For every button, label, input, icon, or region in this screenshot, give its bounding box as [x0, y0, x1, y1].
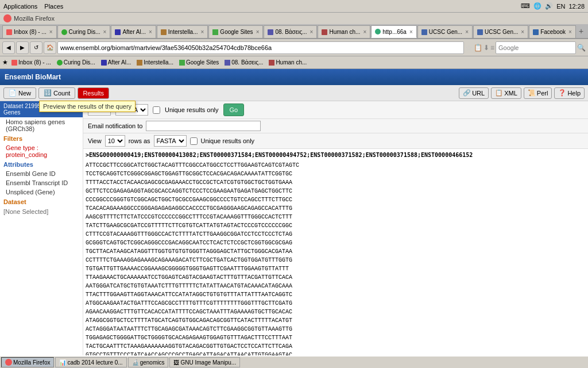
sidebar-ensembl-transcript[interactable]: Ensembl Transcript ID: [0, 178, 83, 187]
tab-label-after: After Al...: [122, 29, 146, 35]
tab-label-http: http...66a: [382, 29, 407, 35]
unique-results-checkbox[interactable]: [153, 106, 160, 114]
search-icon[interactable]: 🔍: [577, 44, 586, 52]
email-input[interactable]: [146, 121, 261, 131]
bookmark-item-human[interactable]: Human ch...: [266, 59, 309, 66]
firefox-title: Mozilla Firefox: [14, 15, 55, 22]
url-input[interactable]: [57, 41, 464, 54]
places-menu[interactable]: Places: [44, 3, 63, 10]
applications-menu[interactable]: Applications: [3, 3, 37, 10]
tab-favicon-google: [212, 29, 218, 35]
sidebar-gene-type[interactable]: Gene type : protein_coding: [0, 143, 83, 159]
bookmark-item-after[interactable]: After Al...: [99, 59, 134, 66]
bookmark-favicon-after: [101, 60, 107, 66]
bookmark-item-bases[interactable]: 08. Βάσεις...: [222, 59, 265, 66]
new-tab-button[interactable]: +: [577, 26, 586, 36]
count-button[interactable]: 🔢 Count Preview the results of the query: [38, 87, 75, 99]
tab-close-ucsc2[interactable]: ×: [521, 29, 524, 35]
download-icon: ⬇: [483, 44, 489, 52]
os-bar-left: Applications Places: [3, 3, 63, 10]
sidebar-species[interactable]: Homo sapiens genes (GRCh38): [0, 117, 83, 133]
view-label: View: [88, 137, 102, 144]
rows-as-label: rows as: [129, 137, 150, 144]
tab-label-google: Google Sites: [220, 29, 253, 35]
url-button[interactable]: 🔗 URL: [459, 87, 489, 99]
tab-close-google[interactable]: ×: [256, 29, 260, 35]
sidebar-dataset-section[interactable]: Dataset: [0, 197, 83, 206]
view-format-select[interactable]: FASTA: [154, 135, 187, 147]
ensembl-logo: Ensembl BioMart: [5, 73, 61, 81]
unique-results-label: Unique results only: [165, 106, 219, 113]
home-button[interactable]: 🏠: [44, 41, 56, 54]
sidebar-ensembl-gene[interactable]: Ensembl Gene ID: [0, 169, 83, 178]
results-header: >ENSG00000000419;ENST00000413082;ENST000…: [86, 151, 586, 159]
reload-button[interactable]: ↺: [30, 41, 42, 54]
preview-tooltip: Preview the results of the query: [39, 101, 136, 112]
tab-close-bases[interactable]: ×: [310, 29, 314, 35]
bookmark-star-icon[interactable]: ☆: [465, 43, 473, 52]
bookmark-item-curing[interactable]: Curing Dis...: [55, 59, 98, 66]
tab-close-inter[interactable]: ×: [201, 29, 204, 35]
bookmark-favicon-curing: [57, 60, 63, 66]
sound-icon: 🔊: [545, 2, 553, 10]
tab-label-bases: 08. Βάσεις...: [275, 29, 307, 35]
network-icon: 🌐: [533, 2, 541, 10]
bookmark-item-inter[interactable]: Interstella...: [134, 59, 176, 66]
view-unique-checkbox[interactable]: [190, 137, 198, 145]
tab-close-inbox[interactable]: ×: [49, 29, 53, 35]
help-button[interactable]: ❓ Help: [554, 87, 585, 99]
results-area[interactable]: >ENSG00000000419;ENST00000413082;ENST000…: [83, 149, 588, 355]
tab-favicon-human: [322, 29, 327, 35]
tab-close-facebook[interactable]: ×: [568, 29, 572, 35]
tab-close-after[interactable]: ×: [149, 29, 152, 35]
tab-close-http[interactable]: ×: [409, 29, 413, 35]
keyboard-icon: ⌨: [521, 2, 530, 10]
rss-icon: 📋: [474, 44, 482, 52]
tab-google[interactable]: Google Sites ×: [208, 25, 263, 38]
sidebar-unspliced[interactable]: Unspliced (Gene): [0, 187, 83, 197]
results-button[interactable]: Results: [78, 87, 109, 99]
bookmark-item-inbox[interactable]: Inbox (8) - ...: [9, 59, 53, 66]
view-row: View 10 rows as FASTA Unique results onl…: [83, 133, 588, 149]
sidebar-attributes-section[interactable]: Attributes: [0, 159, 83, 169]
language-indicator: EN: [556, 3, 565, 10]
tab-http[interactable]: http...66a ×: [371, 25, 417, 38]
search-input[interactable]: [496, 41, 576, 54]
firefox-icon: [3, 14, 11, 22]
bookmark-item-google[interactable]: Google Sites: [177, 59, 221, 66]
tab-label-inbox: Inbox (8) - ...: [14, 29, 47, 35]
bookmark-bar: ★ Inbox (8) - ... Curing Dis... After Al…: [0, 56, 588, 69]
tab-close-curing[interactable]: ×: [103, 29, 107, 35]
tab-favicon-after: [115, 29, 121, 35]
go-button[interactable]: Go: [223, 103, 245, 116]
address-bar: ◀ ▶ ↺ 🏠 ☆ 📋 ⬇ ≡ 🔍: [0, 39, 588, 56]
ensembl-header: Ensembl BioMart: [0, 69, 588, 85]
os-bar: Applications Places ⌨ 🌐 🔊 EN 12:28: [0, 0, 588, 13]
sidebar-filters-section[interactable]: Filters: [0, 133, 83, 143]
tab-facebook[interactable]: Facebook ×: [529, 25, 576, 38]
back-button[interactable]: ◀: [2, 41, 15, 54]
bookmark-favicon-human: [269, 60, 274, 66]
tab-inbox[interactable]: Inbox (8) - ... ×: [2, 25, 57, 38]
os-bar-right: ⌨ 🌐 🔊 EN 12:28: [521, 2, 585, 10]
tab-close-ucsc1[interactable]: ×: [465, 29, 469, 35]
perl-button[interactable]: 📜 Perl: [524, 87, 552, 99]
tooltip-container: 📄 New: [3, 87, 36, 99]
tab-favicon-ucsc2: [477, 29, 483, 35]
perl-icon: 📜: [528, 89, 536, 97]
bookmark-favicon-inbox: [11, 60, 17, 66]
tab-close-human[interactable]: ×: [363, 29, 366, 35]
rows-count-select[interactable]: 10: [105, 135, 125, 147]
tab-label-ucsc2: UCSC Gen...: [485, 29, 518, 35]
new-button[interactable]: 📄 New: [3, 87, 36, 99]
tab-bases[interactable]: 08. Βάσεις... ×: [264, 25, 317, 38]
tab-after[interactable]: After Al... ×: [111, 25, 156, 38]
toolbar: 📄 New 🔢 Count Preview the results of the…: [0, 85, 588, 101]
tab-inter[interactable]: Interstella... ×: [157, 25, 208, 38]
tab-human[interactable]: Human ch... ×: [318, 25, 370, 38]
forward-button[interactable]: ▶: [16, 41, 29, 54]
xml-button[interactable]: 📋 XML: [491, 87, 521, 99]
tab-ucsc2[interactable]: UCSC Gen... ×: [473, 25, 528, 38]
tab-ucsc1[interactable]: UCSC Gen... ×: [417, 25, 473, 38]
tab-curing[interactable]: Curing Dis... ×: [57, 25, 111, 38]
